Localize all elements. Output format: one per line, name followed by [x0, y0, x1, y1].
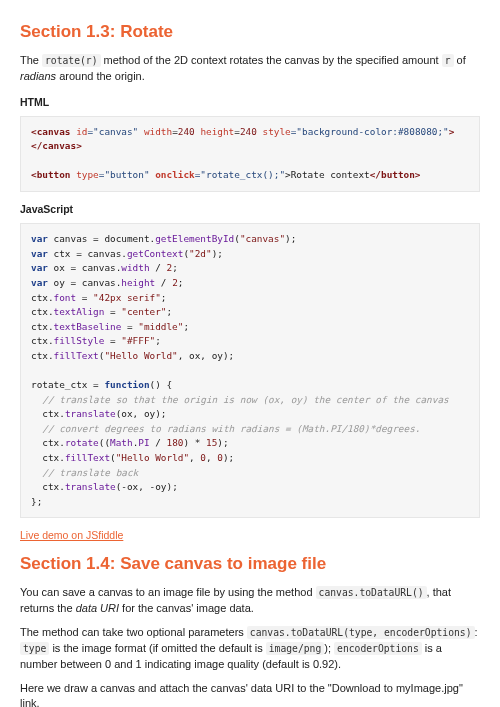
html-label: HTML [20, 95, 480, 110]
section-heading-1-4: Section 1.4: Save canvas to image file [20, 552, 480, 577]
section14-p1: You can save a canvas to an image file b… [20, 585, 480, 617]
code-inline: canvas.toDataURL() [316, 586, 427, 599]
js-label: JavaScript [20, 202, 480, 217]
code-inline: r [442, 54, 454, 67]
code-inline: type [20, 642, 49, 655]
jsfiddle-link[interactable]: Live demo on JSfiddle [20, 529, 123, 541]
html-code-block-1: <canvas id="canvas" width=240 height=240… [20, 116, 480, 192]
code-inline: encoderOptions [334, 642, 422, 655]
js-code-block-1: var canvas = document.getElementById("ca… [20, 223, 480, 518]
code-inline: image/png [266, 642, 325, 655]
code-inline: rotate(r) [42, 54, 101, 67]
section14-p3: Here we draw a canvas and attach the can… [20, 681, 480, 707]
code-inline: canvas.toDataURL(type, encoderOptions) [247, 626, 475, 639]
section-heading-1-3: Section 1.3: Rotate [20, 20, 480, 45]
section14-p2: The method can take two optional paramet… [20, 625, 480, 673]
section13-intro: The rotate(r) method of the 2D context r… [20, 53, 480, 85]
